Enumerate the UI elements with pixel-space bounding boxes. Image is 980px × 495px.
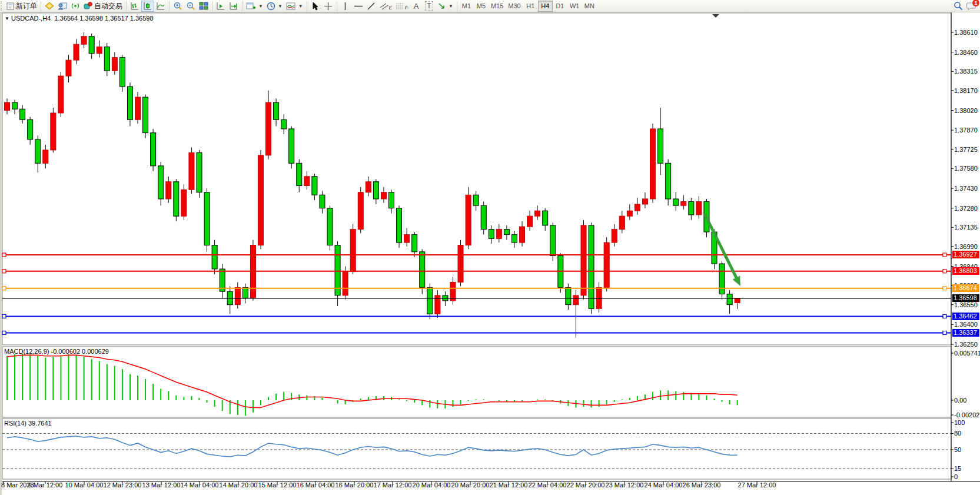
hline-price-badge: 1.36462: [952, 313, 979, 320]
horizontal-line-tool-button[interactable]: [352, 1, 365, 12]
candle-body: [450, 282, 456, 300]
vertical-line-icon: [341, 2, 349, 11]
cursor-tool-button[interactable]: [309, 1, 322, 12]
new-order-icon: [6, 2, 14, 10]
timeframe-m30-button[interactable]: M30: [506, 1, 523, 12]
bar-chart-button[interactable]: [128, 1, 141, 12]
toolbar-separator: [307, 1, 307, 11]
price-tick-label: 1.37280: [954, 205, 980, 212]
candlestick-chart-button[interactable]: [141, 1, 154, 12]
clock-icon: [267, 2, 275, 11]
hline-handle[interactable]: [2, 314, 6, 318]
hline-handle[interactable]: [2, 331, 6, 334]
hline-handle[interactable]: [943, 314, 946, 318]
hline-price-badge: 1.36337: [952, 329, 979, 337]
trendline-tool-button[interactable]: [365, 1, 378, 12]
tile-windows-button[interactable]: [197, 1, 210, 12]
new-chart-button[interactable]: ▼: [244, 1, 265, 12]
text-label-tool-button[interactable]: T: [423, 1, 436, 12]
candle-body: [619, 216, 624, 229]
zoom-out-button[interactable]: [184, 1, 197, 12]
candle-body: [289, 129, 294, 163]
hline-handle[interactable]: [2, 287, 6, 290]
candle-body: [350, 230, 356, 272]
market-watch-button[interactable]: [56, 1, 69, 12]
candle-body: [66, 60, 71, 76]
time-axis-label: 27 Mar 12:00: [730, 481, 783, 489]
candle-body: [520, 227, 525, 242]
template-button[interactable]: ▼: [284, 1, 305, 12]
toolbar-separator: [457, 1, 457, 11]
search-icon[interactable]: [954, 1, 963, 11]
timeframe-h1-button[interactable]: H1: [523, 1, 538, 12]
equidistant-channel-tool-button[interactable]: E: [378, 1, 394, 12]
timeframe-m5-button[interactable]: M5: [474, 1, 489, 12]
candle-body: [274, 102, 279, 119]
price-tick-label: 1.38020: [954, 107, 980, 115]
candle-body: [204, 192, 210, 245]
candle-body: [673, 199, 679, 205]
arrows-tool-icon: [437, 2, 446, 11]
timeframe-h4-button[interactable]: H4: [538, 1, 553, 12]
candle-body: [412, 235, 417, 252]
crosshair-tool-button[interactable]: [322, 1, 335, 12]
arrows-tool-button[interactable]: ▼: [436, 1, 455, 12]
candle-body: [642, 199, 647, 204]
chart-title[interactable]: ▼ USDCAD-,H4 1.36564 1.36598 1.36517 1.3…: [5, 15, 154, 22]
timeframe-mn-button[interactable]: MN: [582, 1, 597, 12]
candle-body: [74, 44, 79, 60]
new-chart-icon: [246, 2, 256, 11]
fibonacci-tool-button[interactable]: F: [394, 1, 410, 12]
zoom-in-button[interactable]: [171, 1, 184, 12]
candle-body: [634, 204, 640, 211]
trendline-icon: [367, 2, 376, 11]
symbol-period-label: USDCAD-,H4: [11, 15, 51, 22]
new-order-button[interactable]: 新订单: [5, 1, 39, 12]
hline-handle[interactable]: [2, 253, 6, 257]
notifications-button[interactable]: 1: [966, 2, 976, 11]
timeframe-m1-button[interactable]: M1: [459, 1, 474, 12]
chart-canvas[interactable]: [0, 12, 980, 495]
market-watch-icon: [58, 2, 67, 10]
auto-scroll-button[interactable]: [214, 1, 227, 12]
vertical-line-tool-button[interactable]: [339, 1, 352, 12]
candle-body: [650, 129, 656, 199]
hline-handle[interactable]: [2, 270, 6, 273]
current-price-badge: 1.36598: [952, 294, 979, 302]
hline-handle[interactable]: [943, 253, 946, 257]
candle-body: [143, 97, 148, 133]
period-button[interactable]: ▼: [265, 1, 284, 12]
candle-body: [235, 287, 240, 304]
symbol-dropdown-icon[interactable]: ▼: [5, 16, 9, 21]
text-tool-button[interactable]: A: [410, 1, 423, 12]
fibonacci-letter: F: [405, 5, 408, 11]
hline-handle[interactable]: [943, 331, 946, 334]
candle-body: [658, 129, 663, 163]
candle-body: [604, 242, 609, 287]
toolbar-separator: [242, 1, 242, 11]
candle-body: [535, 211, 540, 216]
timeframe-m15-button[interactable]: M15: [489, 1, 506, 12]
metaeditor-button[interactable]: [43, 1, 56, 12]
candle-body: [119, 58, 125, 87]
candle-body: [174, 182, 179, 216]
candle-body: [20, 109, 25, 119]
toolbar-separator: [126, 1, 127, 11]
candle-body: [212, 245, 217, 269]
line-chart-button[interactable]: [154, 1, 167, 12]
hline-handle[interactable]: [943, 287, 946, 290]
rsi-tick-label: 15: [954, 465, 980, 473]
tile-windows-icon: [199, 2, 208, 10]
candle-body: [81, 36, 87, 44]
toolbar-grip[interactable]: [1, 1, 4, 11]
hline-handle[interactable]: [943, 270, 946, 273]
signals-button[interactable]: [69, 1, 82, 12]
candle-body: [427, 287, 433, 314]
channel-icon: [380, 2, 389, 11]
timeframe-d1-button[interactable]: D1: [553, 1, 567, 12]
chart-area: ▼ USDCAD-,H4 1.36564 1.36598 1.36517 1.3…: [0, 12, 980, 495]
timeframe-w1-button[interactable]: W1: [567, 1, 582, 12]
candle-body: [573, 295, 579, 305]
autotrading-button[interactable]: 自动交易: [82, 1, 124, 12]
chart-shift-button[interactable]: [227, 1, 240, 12]
